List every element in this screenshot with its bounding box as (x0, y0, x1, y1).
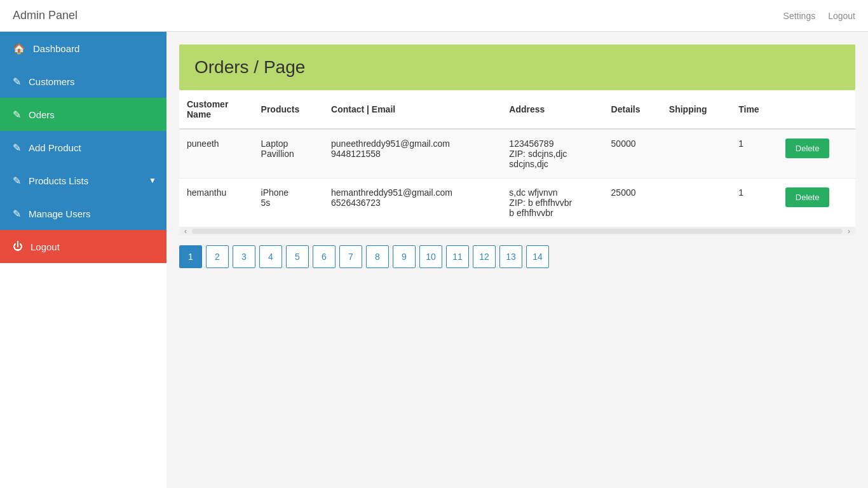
col-action (778, 90, 855, 129)
cell-products: LaptopPavillion (254, 129, 323, 179)
cell-customer-name: hemanthu (179, 179, 254, 227)
scroll-track (192, 229, 843, 234)
logout-icon: ⏻ (13, 241, 23, 252)
sidebar-label-add-product: Add Product (29, 142, 81, 153)
cell-shipping (661, 179, 731, 227)
cell-details: 50000 (604, 129, 661, 179)
cell-customer-name: puneeth (179, 129, 254, 179)
top-nav: Admin Panel Settings Logout (0, 0, 868, 32)
col-details: Details (604, 90, 661, 129)
settings-link[interactable]: Settings (783, 11, 816, 21)
page-button-5[interactable]: 5 (286, 245, 309, 268)
sidebar-item-dashboard[interactable]: 🏠 Dashboard (0, 32, 166, 65)
page-header: Orders / Page (179, 44, 855, 90)
orders-table: CustomerName Products Contact | Email Ad… (179, 90, 855, 227)
page-title: Orders / Page (194, 57, 840, 78)
customers-icon: ✎ (13, 76, 21, 88)
sidebar-label-dashboard: Dashboard (33, 43, 79, 54)
sidebar-item-customers[interactable]: ✎ Customers (0, 65, 166, 98)
cell-contact-email: hemanthreddy951@gmail.com6526436723 (323, 179, 501, 227)
home-icon: 🏠 (13, 43, 25, 55)
cell-shipping (661, 129, 731, 179)
products-lists-icon: ✎ (13, 175, 21, 187)
cell-address: 123456789ZIP: sdcjns,djcsdcjns,djc (501, 129, 603, 179)
delete-button[interactable]: Delete (785, 139, 830, 158)
main-content: Orders / Page CustomerName Products Cont… (166, 32, 868, 488)
page-button-2[interactable]: 2 (206, 245, 229, 268)
col-customer-name: CustomerName (179, 90, 254, 129)
page-button-3[interactable]: 3 (233, 245, 255, 268)
cell-action[interactable]: Delete (778, 179, 855, 227)
page-button-7[interactable]: 7 (339, 245, 362, 268)
sidebar-label-logout: Logout (31, 241, 60, 252)
cell-details: 25000 (604, 179, 661, 227)
orders-table-container: CustomerName Products Contact | Email Ad… (179, 90, 855, 227)
page-button-14[interactable]: 14 (526, 245, 549, 268)
manage-users-icon: ✎ (13, 208, 21, 220)
pagination: 1234567891011121314 (179, 235, 855, 278)
top-nav-links: Settings Logout (783, 11, 855, 21)
layout: 🏠 Dashboard ✎ Customers ✎ Oders ✎ Add Pr… (0, 32, 868, 488)
cell-address: s,dc wfjvnvnZIP: b efhfhvvbrb efhfhvvbr (501, 179, 603, 227)
sidebar-item-products-lists[interactable]: ✎ Products Lists ▼ (0, 164, 166, 197)
col-time: Time (731, 90, 778, 129)
page-button-9[interactable]: 9 (393, 245, 416, 268)
table-row: hemanthu iPhone5s hemanthreddy951@gmail.… (179, 179, 855, 227)
page-button-12[interactable]: 12 (473, 245, 496, 268)
delete-button[interactable]: Delete (785, 187, 830, 207)
sidebar-item-oders[interactable]: ✎ Oders (0, 98, 166, 131)
page-button-1[interactable]: 1 (179, 245, 202, 268)
chevron-down-icon: ▼ (149, 176, 156, 185)
page-button-10[interactable]: 10 (419, 245, 442, 268)
sidebar-item-add-product[interactable]: ✎ Add Product (0, 131, 166, 164)
horizontal-scroll-area[interactable]: ‹ › (179, 227, 855, 235)
page-button-13[interactable]: 13 (499, 245, 522, 268)
cell-action[interactable]: Delete (778, 129, 855, 179)
app-title: Admin Panel (13, 9, 78, 22)
add-product-icon: ✎ (13, 142, 21, 154)
cell-products: iPhone5s (254, 179, 323, 227)
page-button-4[interactable]: 4 (259, 245, 282, 268)
sidebar-label-products-lists: Products Lists (29, 175, 88, 186)
col-contact-email: Contact | Email (323, 90, 501, 129)
cell-time: 1 (731, 129, 778, 179)
col-shipping: Shipping (661, 90, 731, 129)
table-header-row: CustomerName Products Contact | Email Ad… (179, 90, 855, 129)
logout-link[interactable]: Logout (828, 11, 855, 21)
page-button-8[interactable]: 8 (366, 245, 389, 268)
sidebar-label-oders: Oders (29, 109, 55, 120)
sidebar-label-manage-users: Manage Users (29, 208, 91, 219)
sidebar-item-logout[interactable]: ⏻ Logout (0, 230, 166, 263)
col-address: Address (501, 90, 603, 129)
scroll-right-arrow[interactable]: › (845, 227, 853, 236)
sidebar-item-manage-users[interactable]: ✎ Manage Users (0, 197, 166, 230)
cell-contact-email: puneethreddy951@gmail.com9448121558 (323, 129, 501, 179)
scroll-left-arrow[interactable]: ‹ (182, 227, 189, 236)
page-button-11[interactable]: 11 (446, 245, 469, 268)
cell-time: 1 (731, 179, 778, 227)
table-row: puneeth LaptopPavillion puneethreddy951@… (179, 129, 855, 179)
sidebar: 🏠 Dashboard ✎ Customers ✎ Oders ✎ Add Pr… (0, 32, 166, 488)
oders-icon: ✎ (13, 109, 21, 121)
sidebar-label-customers: Customers (29, 76, 75, 87)
col-products: Products (254, 90, 323, 129)
page-button-6[interactable]: 6 (313, 245, 336, 268)
